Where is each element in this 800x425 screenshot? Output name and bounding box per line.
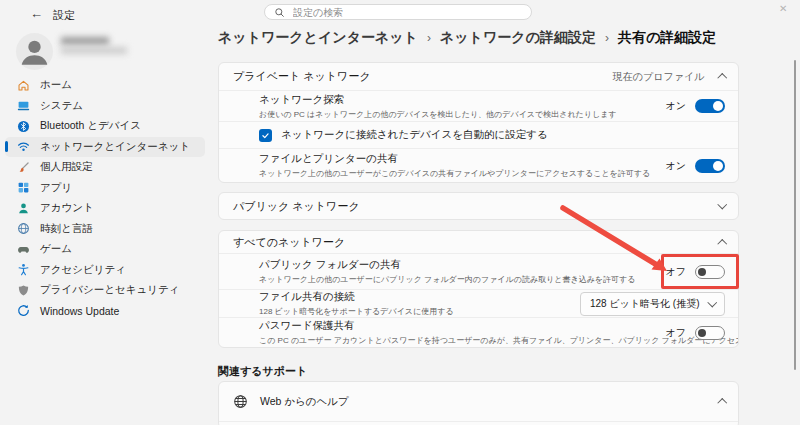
windows-update-icon bbox=[17, 304, 30, 317]
file-printer-sharing-row: ファイルとプリンターの共有 ネットワーク上の他のユーザーがこのデバイスの共有ファ… bbox=[219, 148, 738, 182]
sidebar-item-label: システム bbox=[40, 99, 83, 113]
sidebar-item-label: Bluetooth とデバイス bbox=[40, 119, 141, 133]
sidebar-item-label: ホーム bbox=[40, 78, 72, 92]
sidebar-item-label: アプリ bbox=[40, 181, 72, 195]
annotation-arrow bbox=[540, 190, 685, 290]
sidebar-item-bluetooth[interactable]: Bluetooth とデバイス bbox=[5, 116, 205, 137]
gaming-icon bbox=[17, 243, 30, 256]
sidebar-item-home[interactable]: ホーム bbox=[5, 75, 205, 96]
sidebar-item-windows-update[interactable]: Windows Update bbox=[5, 301, 205, 322]
home-icon bbox=[17, 79, 30, 92]
accessibility-icon bbox=[17, 263, 30, 276]
scrollbar[interactable] bbox=[794, 60, 796, 370]
network-discovery-row: ネットワーク探索 お使いの PC はネットワーク上の他のデバイスを検出したり、他… bbox=[219, 90, 738, 121]
setting-description: ネットワーク上の他のユーザーがこのデバイスの共有ファイルやプリンターにアクセスす… bbox=[259, 168, 650, 179]
back-icon[interactable]: ← bbox=[30, 6, 43, 21]
sidebar-item-accessibility[interactable]: アクセシビリティ bbox=[5, 260, 205, 281]
current-profile-badge: 現在のプロファイル bbox=[613, 70, 705, 84]
sidebar-item-label: アクセシビリティ bbox=[40, 263, 126, 277]
private-network-header[interactable]: プライベート ネットワーク 現在のプロファイル bbox=[219, 63, 738, 90]
breadcrumb-separator: › bbox=[605, 31, 609, 45]
web-help-label: Web からのヘルプ bbox=[260, 395, 349, 409]
accounts-icon bbox=[17, 202, 30, 215]
setting-title: ネットワーク探索 bbox=[259, 93, 617, 107]
setting-description: この PC のユーザー アカウントとパスワードを持つユーザーのみが、共有ファイル… bbox=[259, 335, 666, 346]
sidebar-item-network[interactable]: ネットワークとインターネット bbox=[5, 137, 205, 158]
password-protected-sharing-toggle[interactable] bbox=[695, 326, 725, 340]
breadcrumb-advanced-network[interactable]: ネットワークの詳細設定 bbox=[440, 29, 596, 47]
app-title: 設定 bbox=[53, 8, 75, 23]
time-language-icon bbox=[17, 222, 30, 235]
sidebar-item-gaming[interactable]: ゲーム bbox=[5, 239, 205, 260]
sidebar-item-label: プライバシーとセキュリティ bbox=[40, 283, 179, 297]
section-title: すべてのネットワーク bbox=[233, 235, 345, 250]
search-box[interactable] bbox=[264, 4, 532, 20]
section-title: プライベート ネットワーク bbox=[233, 69, 371, 84]
file-sharing-connections-row: ファイル共有の接続 128 ビット暗号化をサポートするデバイスに使用する 128… bbox=[219, 289, 738, 317]
setting-description: 128 ビット暗号化をサポートするデバイスに使用する bbox=[259, 306, 454, 317]
chevron-up-icon bbox=[717, 399, 726, 408]
chevron-up-icon bbox=[717, 74, 726, 83]
file-printer-sharing-toggle[interactable] bbox=[695, 159, 725, 173]
web-help-row[interactable]: Web からのヘルプ bbox=[219, 382, 738, 422]
sidebar-nav: ホーム システム Bluetooth とデバイス ネットワークとインターネット … bbox=[0, 75, 212, 321]
sidebar-item-label: ネットワークとインターネット bbox=[40, 140, 190, 154]
close-icon[interactable]: ✕ bbox=[779, 3, 787, 14]
bluetooth-icon bbox=[17, 120, 30, 133]
sidebar-item-time-language[interactable]: 時刻と言語 bbox=[5, 219, 205, 240]
encryption-dropdown[interactable]: 128 ビット暗号化 (推奨) bbox=[580, 292, 725, 316]
sidebar-item-privacy[interactable]: プライバシーとセキュリティ bbox=[5, 280, 205, 301]
sidebar-item-label: 時刻と言語 bbox=[40, 222, 93, 236]
setting-title: パスワード保護共有 bbox=[259, 319, 666, 333]
chevron-down-icon bbox=[707, 297, 716, 306]
auto-setup-row: ネットワークに接続されたデバイスを自動的に設定する bbox=[219, 121, 738, 148]
sidebar-item-label: ゲーム bbox=[40, 242, 72, 256]
user-email-blurred bbox=[61, 47, 127, 54]
checkbox-label: ネットワークに接続されたデバイスを自動的に設定する bbox=[281, 128, 548, 142]
avatar[interactable] bbox=[16, 33, 53, 70]
network-discovery-toggle[interactable] bbox=[695, 99, 725, 113]
page-title: 共有の詳細設定 bbox=[618, 29, 716, 47]
setting-description: お使いの PC はネットワーク上の他のデバイスを検出したり、他のデバイスで検出さ… bbox=[259, 109, 617, 120]
related-support-title: 関連するサポート bbox=[218, 364, 307, 379]
chevron-down-icon bbox=[717, 200, 726, 209]
breadcrumb-network-internet[interactable]: ネットワークとインターネット bbox=[218, 29, 418, 47]
password-protected-sharing-row: パスワード保護共有 この PC のユーザー アカウントとパスワードを持つユーザー… bbox=[219, 317, 738, 347]
private-network-card: プライベート ネットワーク 現在のプロファイル ネットワーク探索 お使いの PC… bbox=[218, 62, 739, 183]
dropdown-value: 128 ビット暗号化 (推奨) bbox=[590, 297, 700, 311]
setting-title: ファイル共有の接続 bbox=[259, 290, 454, 304]
search-input[interactable] bbox=[291, 6, 522, 19]
sidebar-item-apps[interactable]: アプリ bbox=[5, 178, 205, 199]
search-icon bbox=[274, 7, 285, 18]
sidebar-item-label: アカウント bbox=[40, 201, 94, 215]
sidebar-item-accounts[interactable]: アカウント bbox=[5, 198, 205, 219]
personalization-icon bbox=[17, 161, 30, 174]
related-support-card: Web からのヘルプ bbox=[218, 381, 739, 425]
section-title: パブリック ネットワーク bbox=[233, 199, 360, 214]
shield-icon bbox=[17, 284, 30, 297]
setting-title: ファイルとプリンターの共有 bbox=[259, 152, 650, 166]
breadcrumb: ネットワークとインターネット › ネットワークの詳細設定 › 共有の詳細設定 bbox=[218, 29, 716, 47]
toggle-state-label: オン bbox=[666, 159, 686, 173]
toggle-state-label: オン bbox=[666, 99, 686, 113]
toggle-state-label: オフ bbox=[666, 326, 686, 340]
apps-icon bbox=[17, 181, 30, 194]
wifi-icon bbox=[17, 140, 30, 153]
sidebar-item-label: Windows Update bbox=[40, 305, 119, 317]
sidebar-item-label: 個人用設定 bbox=[40, 160, 93, 174]
breadcrumb-separator: › bbox=[427, 31, 431, 45]
settings-window: ← 設定 ✕ ホーム システム Bluetooth とデバイス bbox=[0, 0, 800, 425]
chevron-up-icon bbox=[717, 239, 726, 248]
globe-icon bbox=[233, 394, 248, 409]
user-name-blurred bbox=[61, 37, 109, 45]
system-icon bbox=[17, 99, 30, 112]
sidebar: ホーム システム Bluetooth とデバイス ネットワークとインターネット … bbox=[0, 28, 212, 425]
auto-setup-checkbox[interactable] bbox=[259, 129, 272, 142]
sidebar-item-system[interactable]: システム bbox=[5, 96, 205, 117]
sidebar-item-personalization[interactable]: 個人用設定 bbox=[5, 157, 205, 178]
